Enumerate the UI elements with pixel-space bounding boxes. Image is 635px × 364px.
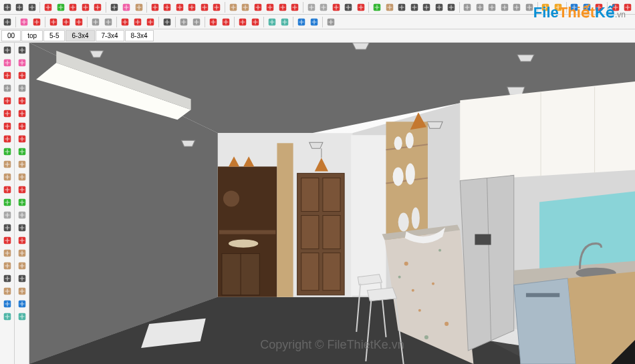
materials-button[interactable] xyxy=(308,16,320,28)
top-view-button[interactable] xyxy=(474,1,485,13)
rectangle-button[interactable] xyxy=(174,1,185,13)
scale-button[interactable] xyxy=(289,1,301,13)
paste-button[interactable] xyxy=(92,1,103,13)
dimension-button[interactable] xyxy=(1,234,13,246)
soften-button[interactable] xyxy=(207,16,219,28)
follow-me-button[interactable] xyxy=(240,1,251,13)
walk-button[interactable] xyxy=(1,285,13,297)
tape-button[interactable] xyxy=(1,209,13,221)
text2-button[interactable] xyxy=(16,222,28,234)
sandbox2-button[interactable] xyxy=(279,16,291,28)
dim2-button[interactable] xyxy=(16,234,28,246)
new-file-button[interactable] xyxy=(1,1,13,13)
select-button[interactable] xyxy=(108,1,120,13)
push-pull-button[interactable] xyxy=(227,1,239,13)
paint-button[interactable] xyxy=(1,171,13,183)
move-button[interactable] xyxy=(1,133,13,145)
arc-button[interactable] xyxy=(211,1,223,13)
line2-button[interactable] xyxy=(16,69,28,81)
previous-view-button[interactable] xyxy=(433,1,444,13)
line-button[interactable] xyxy=(1,69,13,81)
right-view-button[interactable] xyxy=(499,1,510,13)
walk2-button[interactable] xyxy=(16,285,28,297)
reverse-button[interactable] xyxy=(249,16,261,28)
flip-button[interactable] xyxy=(220,16,232,28)
orbit-button[interactable] xyxy=(371,1,382,13)
undo-button[interactable] xyxy=(42,1,53,13)
arc2pt-button[interactable] xyxy=(47,16,59,28)
scene-tab-8-3x4[interactable]: 8-3x4 xyxy=(125,30,154,41)
zoom-button[interactable] xyxy=(1,272,13,285)
section-button[interactable] xyxy=(1,311,13,323)
iso-button[interactable] xyxy=(462,1,473,13)
arc3pt-button[interactable] xyxy=(60,16,72,28)
orbit2-button[interactable] xyxy=(16,247,28,259)
scale-button[interactable] xyxy=(1,196,13,208)
hide-button[interactable] xyxy=(178,16,190,28)
paint2-button[interactable] xyxy=(16,171,28,183)
eraser-button[interactable] xyxy=(120,1,132,13)
move-button[interactable] xyxy=(265,1,276,13)
zoom2-button[interactable] xyxy=(16,272,28,285)
3d-viewport[interactable]: Copyright © FileThietKe.vn xyxy=(29,43,635,364)
explode-button[interactable] xyxy=(144,16,156,28)
eraser-button[interactable] xyxy=(1,57,13,69)
scene-tab-6-3x4[interactable]: 6-3x4 xyxy=(66,30,94,41)
material-button[interactable] xyxy=(1,82,13,94)
offset-button[interactable] xyxy=(252,1,263,13)
scene-tab-7-3x4[interactable]: 7-3x4 xyxy=(96,30,124,41)
section2-button[interactable] xyxy=(16,311,28,323)
rotate-button[interactable] xyxy=(277,1,288,13)
copy-button[interactable] xyxy=(80,1,91,13)
offset-button[interactable] xyxy=(1,184,13,196)
scene-tab-top[interactable]: top xyxy=(21,30,43,41)
zoom-button[interactable] xyxy=(396,1,407,13)
axes-button[interactable] xyxy=(355,1,366,13)
zoom-window-button[interactable] xyxy=(420,1,432,13)
scene-tab-00[interactable]: 00 xyxy=(1,30,21,41)
pan-button[interactable] xyxy=(384,1,395,13)
scale2-button[interactable] xyxy=(16,196,28,208)
move2-button[interactable] xyxy=(16,133,28,145)
zoom-extents-button[interactable] xyxy=(408,1,420,13)
freehand-button[interactable] xyxy=(162,1,173,13)
protractor-button[interactable] xyxy=(318,1,329,13)
pie-button[interactable] xyxy=(73,16,85,28)
select-tool-button[interactable] xyxy=(1,16,13,28)
eraser-tool-button[interactable] xyxy=(18,16,30,28)
look2-button[interactable] xyxy=(16,298,28,310)
intersect-button[interactable] xyxy=(237,16,249,28)
push2-button[interactable] xyxy=(16,158,28,170)
styles-button[interactable] xyxy=(295,16,307,28)
orbit-button[interactable] xyxy=(1,247,13,259)
front-view-button[interactable] xyxy=(487,1,498,13)
pan2-button[interactable] xyxy=(16,260,28,272)
open-file-button[interactable] xyxy=(13,1,25,13)
offset2-button[interactable] xyxy=(16,184,28,196)
arc2-button[interactable] xyxy=(16,95,28,107)
circle2-button[interactable] xyxy=(16,120,28,132)
look-button[interactable] xyxy=(1,298,13,310)
circle-button[interactable] xyxy=(1,120,13,132)
text-button[interactable] xyxy=(1,222,13,234)
paint-bucket-button[interactable] xyxy=(133,1,144,13)
circle-button[interactable] xyxy=(186,1,198,13)
sandbox1-button[interactable] xyxy=(266,16,278,28)
polygon-button[interactable] xyxy=(199,1,210,13)
redo-button[interactable] xyxy=(55,1,66,13)
rectangle-button[interactable] xyxy=(1,108,13,120)
dimension-button[interactable] xyxy=(330,1,342,13)
rect2-button[interactable] xyxy=(16,108,28,120)
line-tool-button[interactable] xyxy=(31,16,43,28)
3dtext-button[interactable] xyxy=(161,16,173,28)
text-button[interactable] xyxy=(342,1,354,13)
eraser2-button[interactable] xyxy=(16,57,28,69)
line-button[interactable] xyxy=(149,1,160,13)
scene-tab-5-5[interactable]: 5-5 xyxy=(43,30,65,41)
back-view-button[interactable] xyxy=(511,1,523,13)
unhide-button[interactable] xyxy=(190,16,203,28)
next-view-button[interactable] xyxy=(445,1,457,13)
arc-button[interactable] xyxy=(1,95,13,107)
account-button[interactable] xyxy=(325,16,337,28)
select2-button[interactable] xyxy=(16,44,28,56)
